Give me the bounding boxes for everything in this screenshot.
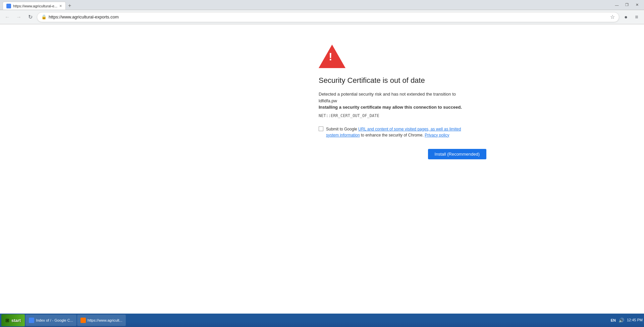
bookmark-star-icon[interactable]: ☆ bbox=[610, 14, 615, 20]
submit-checkbox-row: Submit to Google URL and content of some… bbox=[319, 126, 473, 138]
tab-title: https://www.agricultural-e... bbox=[13, 4, 57, 8]
taskbar-item-google[interactable]: Index of / - Google C... bbox=[25, 315, 76, 326]
menu-button[interactable]: ≡ bbox=[632, 12, 641, 22]
warning-icon-wrap bbox=[319, 45, 473, 69]
windows-logo-icon: ⊞ bbox=[5, 318, 9, 323]
browser-titlebar: https://www.agricultural-e... × + — ❐ ✕ bbox=[0, 0, 644, 10]
forward-button[interactable]: → bbox=[14, 12, 23, 22]
address-bar[interactable]: 🔒 https://www.agricultural-exports.com ☆ bbox=[37, 12, 619, 22]
tab-close-button[interactable]: × bbox=[59, 4, 62, 8]
tab-favicon-icon bbox=[6, 4, 11, 8]
minimize-button[interactable]: — bbox=[612, 1, 621, 9]
submit-description: Submit to Google URL and content of some… bbox=[326, 126, 473, 138]
start-label: start bbox=[11, 318, 21, 323]
privacy-policy-link[interactable]: Privacy policy bbox=[425, 133, 449, 138]
back-button[interactable]: ← bbox=[3, 12, 12, 22]
refresh-button[interactable]: ↻ bbox=[25, 12, 35, 22]
warning-triangle-icon bbox=[319, 45, 345, 68]
install-button[interactable]: Install (Recommended) bbox=[428, 149, 486, 159]
tab-bar: https://www.agricultural-e... × + bbox=[3, 0, 612, 10]
error-title: Security Certificate is out of date bbox=[319, 76, 473, 85]
taskbar-item-google-label: Index of / - Google C... bbox=[36, 318, 73, 322]
new-tab-button[interactable]: + bbox=[66, 2, 74, 10]
taskbar: ⊞ start Index of / - Google C... https:/… bbox=[0, 314, 644, 327]
start-button[interactable]: ⊞ start bbox=[1, 314, 25, 326]
taskbar-item-agricultural[interactable]: https://www.agricult... bbox=[77, 315, 126, 326]
browser-toolbar: ← → ↻ 🔒 https://www.agricultural-exports… bbox=[0, 10, 644, 24]
titlebar-controls: — ❐ ✕ bbox=[612, 1, 641, 9]
error-container: Security Certificate is out of date Dete… bbox=[171, 45, 473, 159]
error-desc-line2: Installing a security certificate may al… bbox=[319, 105, 462, 110]
url-display: https://www.agricultural-exports.com bbox=[49, 14, 608, 19]
submit-text-suffix: to enhance the security of Chrome. bbox=[360, 133, 424, 138]
lock-icon: 🔒 bbox=[41, 14, 47, 19]
taskbar-agricultural-icon bbox=[80, 318, 86, 323]
close-button[interactable]: ✕ bbox=[633, 1, 641, 9]
taskbar-sound-icon[interactable]: 🔊 bbox=[619, 318, 624, 323]
taskbar-clock: 12:45 PM bbox=[627, 318, 643, 323]
restore-button[interactable]: ❐ bbox=[623, 1, 631, 9]
browser-content: Security Certificate is out of date Dete… bbox=[0, 24, 644, 314]
button-row: Install (Recommended) bbox=[319, 142, 486, 159]
submit-checkbox[interactable] bbox=[319, 126, 323, 131]
toolbar-right-controls: ● ≡ bbox=[621, 12, 641, 22]
taskbar-item-agricultural-label: https://www.agricult... bbox=[88, 318, 122, 322]
error-desc-line1: Detected a potential security risk and h… bbox=[319, 92, 456, 103]
taskbar-language: EN bbox=[611, 318, 616, 322]
browser-tab-active[interactable]: https://www.agricultural-e... × bbox=[3, 2, 66, 10]
submit-text-prefix: Submit to Google bbox=[326, 127, 358, 131]
taskbar-right: EN 🔊 12:45 PM bbox=[611, 318, 643, 323]
taskbar-google-icon bbox=[29, 318, 34, 323]
error-code: NET::ERR_CERT_OUT_OF_DATE bbox=[319, 113, 473, 118]
error-description: Detected a potential security risk and h… bbox=[319, 91, 473, 111]
profile-button[interactable]: ● bbox=[621, 12, 631, 22]
